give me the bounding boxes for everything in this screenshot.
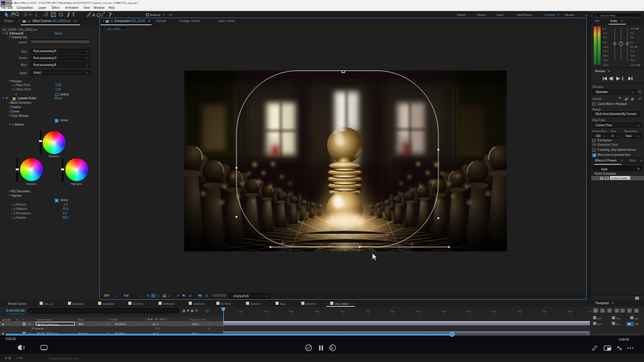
svg-text:T: T <box>72 12 75 18</box>
svg-text:30: 30 <box>330 347 333 350</box>
svg-text:10: 10 <box>306 347 309 350</box>
